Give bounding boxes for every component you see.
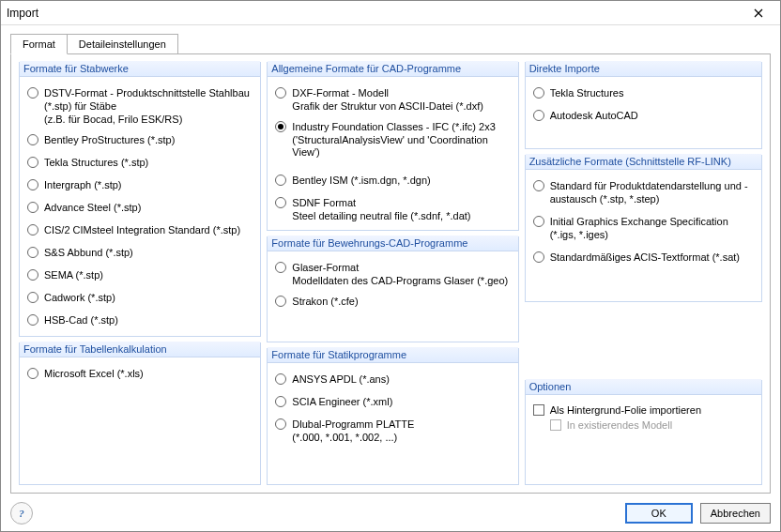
radio-label: SEMA (*.stp) <box>44 268 253 281</box>
radio-icon <box>533 110 544 121</box>
group-legend: Optionen <box>526 379 761 395</box>
radio-label: Advance Steel (*.stp) <box>44 201 253 214</box>
group-rflink: Zusätzliche Formate (Schnittstelle RF-LI… <box>525 155 762 302</box>
radio-icon <box>275 296 286 307</box>
group-legend: Zusätzliche Formate (Schnittstelle RF-LI… <box>526 154 761 170</box>
radio-sub: ('StructuralAnalysisView' und 'Coordinat… <box>275 134 510 159</box>
check-background-import[interactable]: Als Hintergrund-Folie importieren <box>533 403 754 418</box>
radio-label: SDNF Format <box>292 196 510 209</box>
radio-label: Intergraph (*.stp) <box>44 178 253 191</box>
group-legend: Allgemeine Formate für CAD-Programme <box>268 61 517 77</box>
group-cad: Allgemeine Formate für CAD-Programme DXF… <box>267 62 518 231</box>
ok-button[interactable]: OK <box>625 503 693 524</box>
radio-dxf[interactable]: DXF-Format - Modell <box>275 84 510 101</box>
group-legend: Formate für Bewehrungs-CAD-Programme <box>268 236 517 251</box>
radio-icon <box>533 251 544 263</box>
radio-icon <box>275 373 286 385</box>
radio-bentley-pro[interactable]: Bentley ProStructures (*.stp) <box>27 131 253 148</box>
radio-label: Cadwork (*.stp) <box>44 291 253 304</box>
radio-label: Bentley ISM (*.ism.dgn, *.dgn) <box>292 174 510 187</box>
import-dialog: Import Format Detaileinstellungen Format… <box>0 0 781 532</box>
radio-label: DSTV-Format - Produktschnittstelle Stahl… <box>44 86 253 113</box>
radio-glaser[interactable]: Glaser-Format <box>275 259 510 276</box>
radio-label: Bentley ProStructures (*.stp) <box>44 133 253 146</box>
radio-strakon[interactable]: Strakon (*.cfe) <box>275 293 510 310</box>
group-direkt: Direkte Importe Tekla Structures Autodes… <box>525 62 762 149</box>
radio-sat[interactable]: Standardmäßiges ACIS-Textformat (*.sat) <box>533 249 754 266</box>
radio-autocad[interactable]: Autodesk AutoCAD <box>533 107 754 124</box>
radio-label: DXF-Format - Modell <box>292 86 510 99</box>
checkbox-label: Als Hintergrund-Folie importieren <box>550 404 701 416</box>
radio-icon <box>533 216 544 227</box>
radio-bentley-ism[interactable]: Bentley ISM (*.ism.dgn, *.dgn) <box>275 172 510 189</box>
tab-format[interactable]: Format <box>10 34 68 54</box>
radio-tekla[interactable]: Tekla Structures <box>533 84 754 101</box>
radio-icon <box>27 224 38 236</box>
radio-icon <box>275 87 286 99</box>
radio-icon <box>27 292 38 303</box>
radio-cis2[interactable]: CIS/2 CIMsteel Integration Standard (*.s… <box>27 221 253 238</box>
radio-sub: Modelldaten des CAD-Programs Glaser (*.g… <box>275 275 510 287</box>
group-optionen: Optionen Als Hintergrund-Folie importier… <box>525 380 762 485</box>
radio-label: Tekla Structures <box>550 86 754 99</box>
radio-intergraph[interactable]: Intergraph (*.stp) <box>27 176 253 193</box>
radio-icon <box>27 247 38 258</box>
radio-label: ANSYS APDL (*.ans) <box>292 372 510 386</box>
radio-sub: (z.B. für Bocad, Frilo ESK/RS) <box>27 114 253 126</box>
radio-ansys[interactable]: ANSYS APDL (*.ans) <box>275 371 510 388</box>
column-2: Allgemeine Formate für CAD-Programme DXF… <box>267 62 518 485</box>
radio-sdnf[interactable]: SDNF Format <box>275 194 510 211</box>
radio-label: SCIA Engineer (*.xml) <box>292 395 510 408</box>
radio-scia[interactable]: SCIA Engineer (*.xml) <box>275 393 510 410</box>
radio-label: Glaser-Format <box>292 261 510 274</box>
radio-icon <box>275 121 286 132</box>
radio-icon <box>275 175 286 186</box>
cancel-button[interactable]: Abbrechen <box>700 503 771 524</box>
group-legend: Direkte Importe <box>526 61 761 77</box>
column-1: Formate für Stabwerke DSTV-Format - Prod… <box>19 62 261 485</box>
group-tabellen: Formate für Tabellenkalkulation Microsof… <box>19 342 261 485</box>
close-button[interactable] <box>743 2 774 24</box>
help-icon: ? <box>19 508 24 519</box>
radio-excel[interactable]: Microsoft Excel (*.xls) <box>27 365 253 382</box>
group-legend: Formate für Stabwerke <box>20 61 260 77</box>
radio-ss-abbund[interactable]: S&S Abbund (*.stp) <box>27 244 253 261</box>
dialog-body: Format Detaileinstellungen Formate für S… <box>1 25 780 499</box>
radio-tekla-stp[interactable]: Tekla Structures (*.stp) <box>27 154 253 171</box>
radio-advance-steel[interactable]: Advance Steel (*.stp) <box>27 199 253 216</box>
radio-label: Autodesk AutoCAD <box>550 109 754 122</box>
radio-icon <box>27 314 38 326</box>
radio-label: Standard für Produktdatendarstellung und… <box>550 179 754 205</box>
radio-icon <box>27 269 38 281</box>
radio-ifc[interactable]: Industry Foundation Classes - IFC (*.ifc… <box>275 118 510 135</box>
checkbox-icon <box>533 404 544 416</box>
radio-label: Microsoft Excel (*.xls) <box>44 367 253 380</box>
radio-iges[interactable]: Initial Graphics Exchange Specification … <box>533 213 754 243</box>
radio-step[interactable]: Standard für Produktdatendarstellung und… <box>533 177 754 207</box>
radio-sema[interactable]: SEMA (*.stp) <box>27 266 253 283</box>
titlebar: Import <box>1 1 780 25</box>
radio-label: Industry Foundation Classes - IFC (*.ifc… <box>292 120 510 133</box>
radio-icon <box>27 179 38 190</box>
radio-icon <box>275 396 286 407</box>
radio-icon <box>533 87 544 99</box>
group-stabwerke: Formate für Stabwerke DSTV-Format - Prod… <box>19 62 261 337</box>
radio-sub: Grafik der Struktur von ASCII-Datei (*.d… <box>275 100 510 113</box>
radio-icon <box>27 202 38 213</box>
radio-platte[interactable]: Dlubal-Programm PLATTE <box>275 416 510 433</box>
help-button[interactable]: ? <box>10 502 33 524</box>
radio-cadwork[interactable]: Cadwork (*.stp) <box>27 289 253 306</box>
radio-label: Tekla Structures (*.stp) <box>44 156 253 169</box>
group-bewehrung: Formate für Bewehrungs-CAD-Programme Gla… <box>267 236 518 342</box>
radio-icon <box>27 87 38 99</box>
radio-label: HSB-Cad (*.stp) <box>44 313 253 327</box>
radio-dstv[interactable]: DSTV-Format - Produktschnittstelle Stahl… <box>27 84 253 114</box>
radio-label: Standardmäßiges ACIS-Textformat (*.sat) <box>550 251 754 264</box>
group-statik: Formate für Statikprogramme ANSYS APDL (… <box>267 348 518 485</box>
window-title: Import <box>7 7 38 20</box>
tab-details[interactable]: Detaileinstellungen <box>67 34 178 54</box>
group-legend: Formate für Tabellenkalkulation <box>20 342 260 357</box>
radio-icon <box>27 157 38 168</box>
radio-hsb-cad[interactable]: HSB-Cad (*.stp) <box>27 312 253 328</box>
radio-icon <box>27 368 38 379</box>
